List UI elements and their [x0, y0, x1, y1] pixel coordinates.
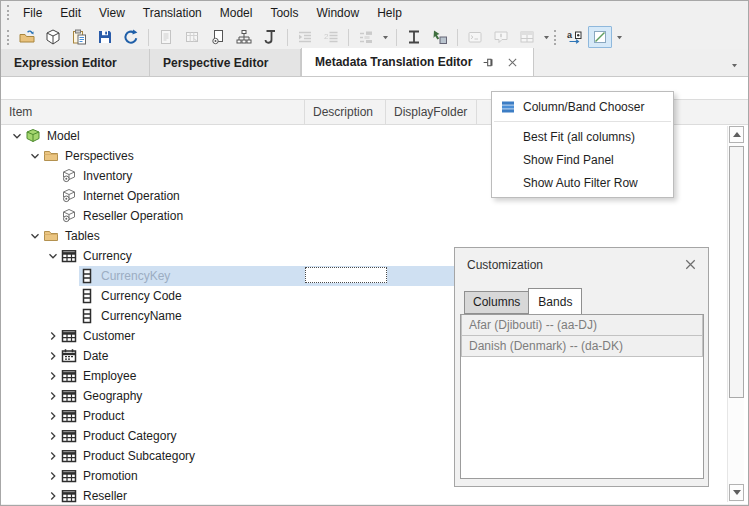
- menu-view[interactable]: View: [90, 1, 134, 24]
- tree-label: Tables: [65, 229, 100, 243]
- comment-button[interactable]: [489, 26, 513, 48]
- collapse-chevron-icon[interactable]: [45, 388, 61, 404]
- dropdown-caret-icon[interactable]: [379, 26, 391, 48]
- indent-spacer: [1, 256, 45, 257]
- collapse-chevron-icon[interactable]: [45, 328, 61, 344]
- table-icon: [61, 428, 77, 444]
- collapse-chevron-icon[interactable]: [45, 448, 61, 464]
- menu-bar: FileEditViewTranslationModelToolsWindowH…: [1, 1, 748, 24]
- close-icon[interactable]: [683, 257, 698, 272]
- table-icon: [61, 248, 77, 264]
- pin-icon[interactable]: [480, 54, 496, 70]
- banded-grid-icon: [519, 29, 535, 45]
- toolbar-grip[interactable]: [7, 30, 10, 45]
- model-icon: [25, 128, 41, 144]
- layout-options-button[interactable]: [354, 26, 378, 48]
- metadata-grid-toggle-button[interactable]: [588, 26, 612, 48]
- column-header-description[interactable]: Description: [305, 100, 386, 124]
- band-item[interactable]: Danish (Denmark) -- (da-DK): [461, 336, 703, 357]
- tree-label: Product Category: [83, 429, 176, 443]
- menu-translation[interactable]: Translation: [134, 1, 211, 24]
- triangle-down-icon: [733, 490, 741, 495]
- scroll-up-button[interactable]: [729, 126, 744, 143]
- customization-tab-columns[interactable]: Columns: [464, 291, 529, 314]
- collapse-chevron-icon[interactable]: [45, 348, 61, 364]
- tab-metadata-translation-editor[interactable]: Metadata Translation Editor: [301, 48, 534, 76]
- paste-button[interactable]: [67, 26, 91, 48]
- tree-row-reseller-operation[interactable]: Reseller Operation: [1, 206, 731, 226]
- close-icon[interactable]: [504, 54, 520, 70]
- indent-spacer: [1, 436, 45, 437]
- expand-chevron-icon[interactable]: [27, 148, 43, 164]
- band-item[interactable]: Afar (Djibouti) -- (aa-DJ): [461, 315, 703, 336]
- indent-button[interactable]: [293, 26, 317, 48]
- description-edit-cell[interactable]: [305, 267, 387, 283]
- scroll-thumb[interactable]: [729, 146, 744, 398]
- dropdown-caret-icon[interactable]: [613, 26, 625, 48]
- banded-view-button[interactable]: [515, 26, 539, 48]
- menu-item-show-find-panel[interactable]: Show Find Panel: [492, 148, 673, 171]
- menu-edit[interactable]: Edit: [51, 1, 90, 24]
- numbered-indent-button[interactable]: [319, 26, 343, 48]
- menu-file[interactable]: File: [14, 1, 51, 24]
- open-button[interactable]: [15, 26, 39, 48]
- refresh-button[interactable]: [119, 26, 143, 48]
- column-header-displayfolder[interactable]: DisplayFolder: [386, 100, 477, 124]
- customization-tabs: ColumnsBands: [464, 287, 581, 314]
- model-package-button[interactable]: [41, 26, 65, 48]
- collapse-chevron-icon[interactable]: [45, 408, 61, 424]
- menu-help[interactable]: Help: [368, 1, 411, 24]
- script-icon: [262, 29, 278, 45]
- tree-label: Internet Operation: [83, 189, 180, 203]
- new-page-button[interactable]: [206, 26, 230, 48]
- menu-model[interactable]: Model: [211, 1, 262, 24]
- menubar-grip[interactable]: [7, 5, 10, 20]
- collapse-chevron-icon[interactable]: [45, 368, 61, 384]
- menu-item-show-auto-filter-row[interactable]: Show Auto Filter Row: [492, 171, 673, 194]
- tab-perspective-editor[interactable]: Perspective Editor: [150, 49, 301, 76]
- menu-item-best-fit-all-columns[interactable]: Best Fit (all columns): [492, 125, 673, 148]
- customization-tab-bands[interactable]: Bands: [528, 288, 582, 314]
- collapse-chevron-icon[interactable]: [45, 428, 61, 444]
- app-window: FileEditViewTranslationModelToolsWindowH…: [0, 0, 749, 506]
- indent-lines-icon: [297, 29, 313, 45]
- save-button[interactable]: [93, 26, 117, 48]
- tab-list: Expression EditorPerspective EditorMetad…: [1, 49, 534, 76]
- vertical-scrollbar[interactable]: [727, 126, 744, 502]
- indent-spacer: [1, 496, 45, 497]
- cube-icon: [45, 29, 61, 45]
- toolbar-separator: [148, 29, 149, 46]
- collapse-chevron-icon[interactable]: [45, 488, 61, 504]
- tab-expression-editor[interactable]: Expression Editor: [1, 49, 150, 76]
- column-beam-button[interactable]: [402, 26, 426, 48]
- hierarchy-icon: [236, 29, 252, 45]
- dropdown-caret-icon[interactable]: [540, 26, 552, 48]
- hierarchy-button[interactable]: [232, 26, 256, 48]
- expand-chevron-icon[interactable]: [9, 128, 25, 144]
- indent-spacer: [1, 296, 63, 297]
- collapse-chevron-icon[interactable]: [45, 468, 61, 484]
- diagonal-box-icon: [592, 29, 608, 45]
- grid-button[interactable]: [180, 26, 204, 48]
- menu-item-column-band-chooser[interactable]: Column/Band Chooser: [492, 95, 673, 118]
- table-icon: [61, 448, 77, 464]
- tree-row-reseller[interactable]: Reseller: [1, 486, 731, 504]
- save-icon: [97, 29, 113, 45]
- tree-row-tables[interactable]: Tables: [1, 226, 731, 246]
- scroll-down-button[interactable]: [729, 484, 744, 501]
- document-button[interactable]: [154, 26, 178, 48]
- console-button[interactable]: [463, 26, 487, 48]
- tab-overflow-caret-icon[interactable]: [730, 59, 740, 69]
- menu-window[interactable]: Window: [307, 1, 368, 24]
- expand-chevron-icon[interactable]: [27, 228, 43, 244]
- toolbar-separator: [457, 29, 458, 46]
- column-header-item[interactable]: Item: [1, 100, 305, 124]
- translate-button[interactable]: [562, 26, 586, 48]
- expand-chevron-icon[interactable]: [45, 248, 61, 264]
- move-into-button[interactable]: [428, 26, 452, 48]
- tree-label: CurrencyKey: [101, 269, 170, 283]
- toolbar-grip[interactable]: [554, 30, 557, 45]
- speech-bubble-icon: [493, 29, 509, 45]
- script-button[interactable]: [258, 26, 282, 48]
- menu-tools[interactable]: Tools: [261, 1, 307, 24]
